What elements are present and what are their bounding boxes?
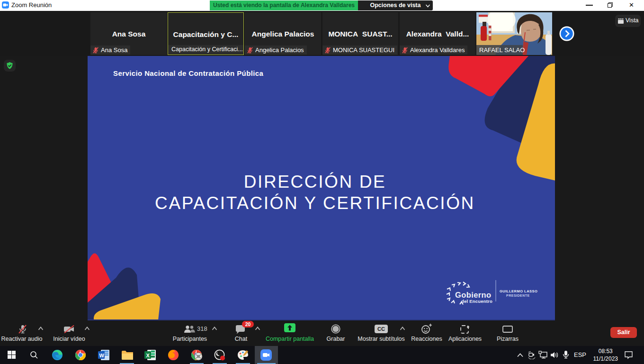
svg-text:Gobierno: Gobierno — [455, 291, 492, 299]
svg-text:W: W — [99, 353, 105, 358]
svg-text:PRESIDENTE: PRESIDENTE — [506, 294, 530, 297]
svg-text:GUILLERMO LASSO: GUILLERMO LASSO — [500, 289, 537, 293]
svg-text:del Encuentro: del Encuentro — [461, 299, 492, 304]
svg-text:X: X — [146, 353, 150, 358]
svg-text:RAFAEL SALAO: RAFAEL SALAO — [479, 46, 525, 54]
